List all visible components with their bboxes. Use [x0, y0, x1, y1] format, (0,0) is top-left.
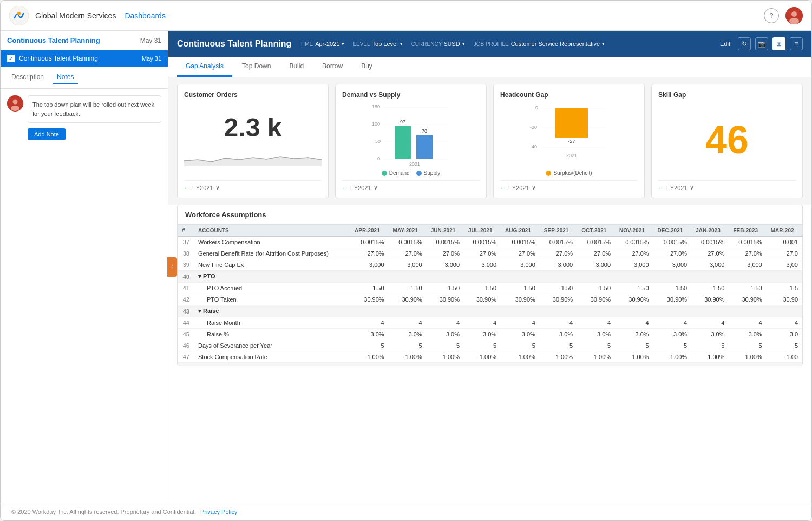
col-num: #: [178, 225, 194, 237]
svg-point-4: [789, 18, 799, 24]
demand-vs-supply-title: Demand vs Supply: [342, 91, 480, 99]
demand-supply-footer[interactable]: ← FY2021 ∨: [342, 180, 480, 191]
cell-value: 0.0015%: [653, 237, 692, 248]
cell-value: 30.90%: [577, 294, 615, 305]
skill-gap-footer[interactable]: ← FY2021 ∨: [658, 180, 796, 191]
currency-filter-value: $USD: [444, 41, 460, 47]
filter-time[interactable]: TIME Apr-2021 ▾: [300, 41, 344, 47]
cell-value: 30.90%: [389, 294, 427, 305]
cell-value: 1.00%: [501, 351, 540, 363]
sidebar-collapse-button[interactable]: ‹: [167, 257, 177, 277]
cell-value: [427, 363, 464, 366]
cell-value: 1.00%: [350, 351, 389, 363]
list-view-icon[interactable]: ≡: [790, 37, 803, 50]
cell-value: 5: [691, 340, 729, 351]
sidebar-item[interactable]: Continuous Talent Planning May 31: [1, 50, 168, 67]
privacy-policy-link[interactable]: Privacy Policy: [200, 509, 237, 515]
headcount-gap-footer-label: FY2021: [508, 185, 529, 191]
col-sep2021: SEP-2021: [540, 225, 577, 237]
headcount-gap-legend: Surplus/(Deficit): [546, 170, 592, 176]
cell-value: [615, 363, 653, 366]
currency-filter-label: CURRENCY: [411, 41, 442, 47]
cell-value: 4: [427, 317, 464, 329]
filter-level[interactable]: LEVEL Top Level ▾: [353, 41, 402, 47]
tab-notes[interactable]: Notes: [53, 71, 78, 84]
sidebar-date: May 31: [140, 37, 161, 44]
svg-text:0: 0: [377, 156, 380, 161]
cell-value: [501, 271, 540, 283]
cell-value: 3,000: [427, 259, 464, 271]
tab-top-down[interactable]: Top Down: [233, 57, 279, 77]
add-note-button[interactable]: Add Note: [28, 128, 66, 140]
cell-value: 1.50: [691, 283, 729, 294]
svg-point-3: [791, 11, 797, 17]
cell-account: ▾ PTO: [194, 271, 350, 283]
filter-currency[interactable]: CURRENCY $USD ▾: [411, 41, 465, 47]
cell-value: 0.0015%: [540, 237, 577, 248]
level-filter-label: LEVEL: [353, 41, 370, 47]
edit-button[interactable]: Edit: [717, 39, 734, 49]
user-avatar[interactable]: [785, 7, 803, 24]
customer-orders-card: Customer Orders 2.3 k ← FY2021: [177, 84, 329, 198]
help-icon[interactable]: ?: [764, 8, 779, 23]
refresh-icon[interactable]: ↻: [738, 37, 751, 50]
cell-value: [389, 271, 427, 283]
cell-value: 1.00%: [653, 351, 692, 363]
sidebar-item-checkbox[interactable]: [7, 55, 15, 62]
skill-gap-card: Skill Gap 46 ← FY2021 ∨: [651, 84, 803, 198]
tab-gap-analysis[interactable]: Gap Analysis: [177, 57, 232, 77]
cell-account: ▾ Raise: [194, 305, 350, 317]
level-filter-value: Top Level: [372, 41, 398, 47]
cell-value: [350, 305, 389, 317]
job-profile-filter-value: Customer Service Representative: [511, 41, 600, 47]
dashboard-title: Continuous Talent Planning: [177, 39, 291, 49]
tab-buy[interactable]: Buy: [352, 57, 381, 77]
cell-num: 48: [178, 363, 194, 366]
cell-account: General Benefit Rate (for Attrition Cost…: [194, 248, 350, 259]
cell-value: [389, 305, 427, 317]
surplus-dot: [546, 171, 551, 176]
page-footer: © 2020 Workday, Inc. All rights reserved…: [1, 503, 811, 520]
customer-orders-value: 2.3 k: [224, 113, 282, 142]
level-filter-arrow: ▾: [400, 41, 403, 47]
cell-value: 4: [501, 317, 540, 329]
grid-view-icon[interactable]: ⊞: [772, 37, 785, 50]
cell-value: 27.0%: [389, 248, 427, 259]
cell-value: 5: [389, 340, 427, 351]
table-row: 44Raise Month444444444444: [178, 317, 802, 329]
job-profile-filter-label: JOB PROFILE: [474, 41, 509, 47]
cell-value: 4: [464, 317, 501, 329]
table-row: 37Workers Compensation0.0015%0.0015%0.00…: [178, 237, 802, 248]
cell-num: 41: [178, 283, 194, 294]
cell-value: 0.0015%: [464, 237, 501, 248]
cell-value: 5: [729, 340, 766, 351]
headcount-gap-footer[interactable]: ← FY2021 ∨: [500, 180, 638, 191]
workforce-table-container[interactable]: # ACCOUNTS APR-2021 MAY-2021 JUN-2021 JU…: [178, 225, 802, 366]
cell-value: 1.00%: [577, 351, 615, 363]
demand-supply-legend: Demand Supply: [382, 170, 440, 176]
cell-value: 3.0%: [464, 329, 501, 340]
cell-value: 27.0%: [427, 248, 464, 259]
cell-value: 3,000: [501, 259, 540, 271]
dashboards-link[interactable]: Dashboards: [125, 11, 166, 20]
screenshot-icon[interactable]: 📷: [755, 37, 768, 50]
tab-build[interactable]: Build: [280, 57, 312, 77]
customer-orders-footer[interactable]: ← FY2021 ∨: [184, 180, 322, 191]
col-apr2021: APR-2021: [350, 225, 389, 237]
cell-value: 3.0%: [577, 329, 615, 340]
cell-value: 1.00%: [464, 351, 501, 363]
cell-value: 0.0015%: [350, 237, 389, 248]
cell-value: 1.00%: [427, 351, 464, 363]
cell-value: [653, 271, 692, 283]
sidebar-tab-bar: Description Notes: [1, 67, 168, 89]
tab-description[interactable]: Description: [7, 71, 48, 84]
tab-borrow[interactable]: Borrow: [313, 57, 351, 77]
svg-point-7: [11, 106, 19, 111]
workforce-title: Workforce Assumptions: [178, 205, 802, 225]
cell-value: 30.90%: [729, 294, 766, 305]
cell-value: [540, 305, 577, 317]
filter-job-profile[interactable]: JOB PROFILE Customer Service Representat…: [474, 41, 605, 47]
cell-value: 30.90%: [615, 294, 653, 305]
cell-num: 46: [178, 340, 194, 351]
cell-value: 3,00: [767, 259, 802, 271]
